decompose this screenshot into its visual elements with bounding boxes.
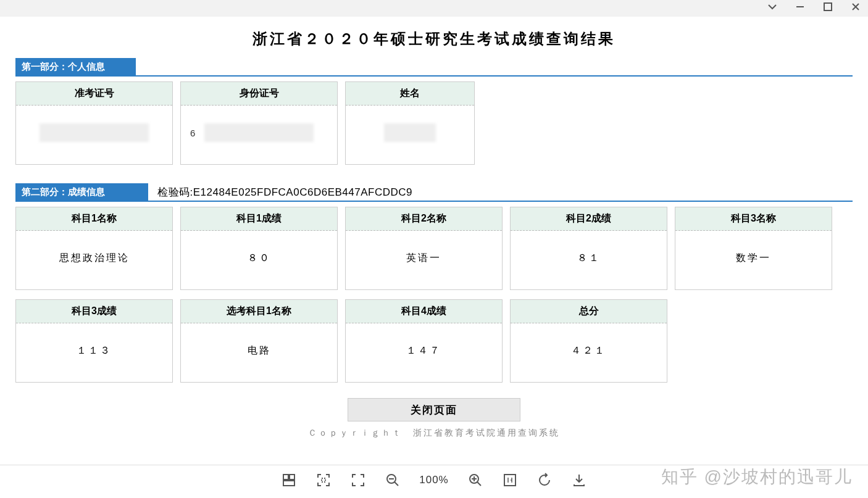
- copyright: Ｃｏｐｙｒｉｇｈｔ 浙江省教育考试院通用查询系统: [15, 428, 853, 439]
- card-value: 英语一: [346, 231, 502, 285]
- fit-screen-icon[interactable]: [350, 472, 366, 488]
- card-exam-id: 准考证号: [15, 81, 173, 165]
- card-subject2-name: 科目2名称 英语一: [345, 207, 503, 290]
- card-label: 选考科目1名称: [181, 300, 337, 323]
- card-value: １４７: [346, 323, 502, 378]
- section1-title: 第一部分：个人信息: [15, 58, 136, 75]
- download-icon[interactable]: [571, 472, 587, 488]
- section2-cards-row2: 科目3成绩 １１３ 选考科目1名称 电路 科目4成绩 １４７ 总分 ４２１: [15, 299, 853, 383]
- card-value: 思想政治理论: [16, 231, 172, 285]
- viewer-toolbar: 100%: [0, 465, 868, 494]
- actual-size-icon[interactable]: [502, 472, 518, 488]
- svg-rect-0: [824, 3, 832, 10]
- svg-rect-4: [322, 478, 325, 482]
- card-value: 电路: [181, 323, 337, 378]
- card-subject4-score: 科目4成绩 １４７: [345, 299, 503, 383]
- card-label: 身份证号: [181, 82, 337, 106]
- card-value: 数学一: [675, 231, 832, 285]
- page-title: 浙江省２０２０年硕士研究生考试成绩查询结果: [15, 29, 853, 49]
- verify-label: 检验码:: [157, 186, 193, 198]
- card-subject1-name: 科目1名称 思想政治理论: [15, 207, 173, 290]
- card-label: 总分: [511, 300, 667, 323]
- close-page-button[interactable]: 关闭页面: [348, 398, 520, 421]
- rotate-icon[interactable]: [536, 472, 553, 488]
- card-subject1-score: 科目1成绩 ８０: [180, 207, 338, 290]
- zoom-level: 100%: [419, 474, 448, 486]
- card-subject2-score: 科目2成绩 ８１: [510, 207, 667, 290]
- card-label: 准考证号: [16, 82, 172, 106]
- verify-code: 检验码:E12484E025FDFCA0C6D6EB447AFCDDC9: [157, 185, 412, 199]
- card-subject3-name: 科目3名称 数学一: [675, 207, 832, 290]
- maximize-icon[interactable]: [822, 1, 834, 15]
- card-label: 科目1名称: [16, 207, 172, 231]
- card-value: ８０: [181, 231, 337, 285]
- gallery-icon[interactable]: [281, 472, 297, 488]
- minimize-chevron-icon[interactable]: [766, 1, 778, 15]
- card-label: 科目3名称: [675, 207, 832, 231]
- minimize-icon[interactable]: [794, 1, 806, 15]
- close-icon[interactable]: [849, 1, 862, 15]
- card-elective1-name: 选考科目1名称 电路: [180, 299, 338, 383]
- card-total-score: 总分 ４２１: [510, 299, 667, 383]
- svg-rect-3: [283, 481, 294, 486]
- card-name: 姓名: [345, 81, 475, 165]
- content-area: 浙江省２０２０年硕士研究生考试成绩查询结果 第一部分：个人信息 准考证号 身份证…: [0, 17, 868, 439]
- card-value-redacted: [16, 106, 172, 160]
- card-label: 科目2成绩: [511, 207, 667, 231]
- window-titlebar: [0, 0, 868, 17]
- card-value: ８１: [511, 231, 667, 285]
- section2-title: 第二部分：成绩信息: [15, 183, 148, 201]
- card-id-number: 身份证号 6: [180, 81, 338, 165]
- card-value-redacted: 6: [181, 106, 337, 160]
- zoom-in-icon[interactable]: [467, 472, 483, 488]
- section1-cards: 准考证号 身份证号 6 姓名: [15, 81, 853, 165]
- verify-value: E12484E025FDFCA0C6D6EB447AFCDDC9: [193, 186, 412, 198]
- section2-cards-row1: 科目1名称 思想政治理论 科目1成绩 ８０ 科目2名称 英语一 科目2成绩 ８１…: [15, 207, 853, 290]
- svg-rect-2: [290, 475, 294, 479]
- card-subject3-score: 科目3成绩 １１３: [15, 299, 173, 383]
- section2-header: 第二部分：成绩信息 检验码:E12484E025FDFCA0C6D6EB447A…: [15, 183, 853, 202]
- card-label: 科目1成绩: [181, 207, 337, 231]
- card-label: 科目3成绩: [16, 300, 172, 323]
- card-value-redacted: [346, 106, 474, 160]
- card-label: 姓名: [346, 82, 474, 106]
- card-value: １１３: [16, 323, 172, 378]
- section1-header: 第一部分：个人信息: [15, 58, 853, 77]
- fullscreen-icon[interactable]: [315, 472, 332, 488]
- zoom-out-icon[interactable]: [385, 472, 401, 488]
- partial-id: 6: [190, 128, 196, 138]
- svg-rect-7: [504, 475, 515, 486]
- card-label: 科目2名称: [346, 207, 502, 231]
- card-value: ４２１: [511, 323, 667, 378]
- card-label: 科目4成绩: [346, 300, 502, 323]
- svg-rect-1: [283, 475, 288, 479]
